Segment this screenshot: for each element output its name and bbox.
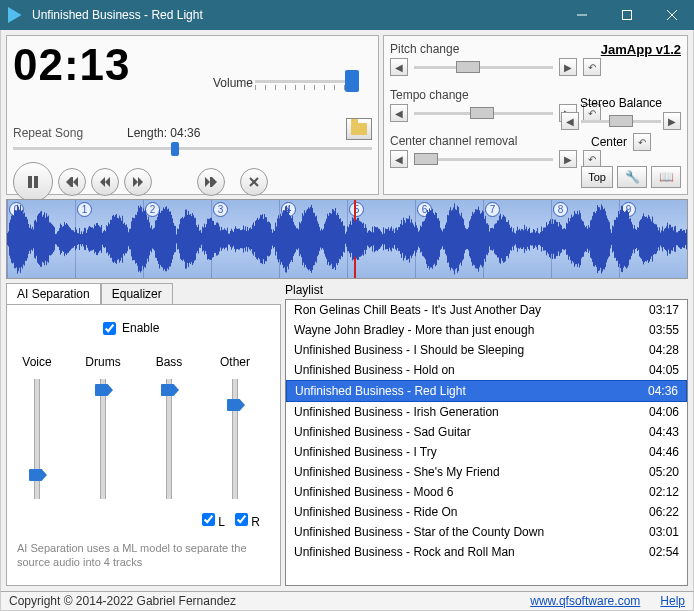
effects-panel: Pitch change ◀ ▶ ↶ Tempo change ◀ [383, 35, 688, 195]
stereo-reset-button[interactable]: ↶ [633, 133, 651, 151]
repeat-label: Repeat Song [13, 126, 83, 140]
stereo-center-label: Center [591, 135, 627, 149]
tempo-left-button[interactable]: ◀ [390, 104, 408, 122]
playlist-row[interactable]: Unfinished Business - Ride On06:22 [286, 502, 687, 522]
playlist-row[interactable]: Unfinished Business - She's My Friend05:… [286, 462, 687, 482]
svg-line-3 [667, 10, 677, 20]
next-track-button[interactable] [197, 168, 225, 196]
book-icon: 📖 [659, 170, 674, 184]
sep-slider-other[interactable]: Other [215, 355, 255, 499]
sep-slider-drums[interactable]: Drums [83, 355, 123, 499]
pitch-reset-button[interactable]: ↶ [583, 58, 601, 76]
stereo-left-button[interactable]: ◀ [561, 112, 579, 130]
center-slider[interactable] [414, 158, 553, 161]
enable-label: Enable [122, 321, 159, 335]
svg-rect-14 [210, 177, 212, 187]
title-bar: Unfinished Business - Red Light [0, 0, 694, 30]
seek-slider[interactable] [13, 142, 372, 156]
svg-line-2 [667, 10, 677, 20]
open-file-button[interactable] [346, 118, 372, 140]
enable-checkbox[interactable] [103, 322, 116, 335]
playlist-row[interactable]: Unfinished Business - Star of the County… [286, 522, 687, 542]
center-right-button[interactable]: ▶ [559, 150, 577, 168]
pitch-slider[interactable] [414, 66, 553, 69]
prev-track-button[interactable] [58, 168, 86, 196]
player-panel: 02:13 Volume Repeat Song Length: 04:36 [6, 35, 379, 195]
rewind-button[interactable] [91, 168, 119, 196]
svg-rect-1 [622, 11, 631, 20]
volume-thumb[interactable] [345, 70, 359, 92]
time-display: 02:13 [13, 40, 131, 90]
svg-marker-15 [212, 177, 217, 187]
tab-ai-separation[interactable]: AI Separation [6, 283, 101, 305]
svg-marker-11 [133, 177, 138, 187]
seek-thumb[interactable] [171, 142, 179, 156]
pitch-left-button[interactable]: ◀ [390, 58, 408, 76]
playlist-box[interactable]: Ron Gelinas Chill Beats - It's Just Anot… [285, 299, 688, 586]
pitch-right-button[interactable]: ▶ [559, 58, 577, 76]
sep-slider-voice[interactable]: Voice [17, 355, 57, 499]
svg-marker-13 [205, 177, 210, 187]
left-checkbox[interactable]: L [202, 513, 225, 529]
waveform-view[interactable]: 0123456789 [6, 199, 688, 279]
volume-label: Volume [213, 76, 253, 90]
right-checkbox[interactable]: R [235, 513, 260, 529]
length-label: Length: 04:36 [127, 126, 200, 140]
tab-equalizer[interactable]: Equalizer [101, 283, 173, 305]
svg-marker-8 [73, 177, 78, 187]
stereo-right-button[interactable]: ▶ [663, 112, 681, 130]
status-bar: Copyright © 2014-2022 Gabriel Fernandez … [0, 591, 694, 611]
close-button[interactable] [649, 0, 694, 30]
ai-separation-panel: Enable VoiceDrumsBassOther L R AI Separa… [6, 304, 281, 586]
svg-rect-5 [34, 176, 38, 188]
forward-button[interactable] [124, 168, 152, 196]
svg-marker-10 [105, 177, 110, 187]
minimize-button[interactable] [559, 0, 604, 30]
stereo-slider[interactable] [581, 120, 661, 123]
maximize-button[interactable] [604, 0, 649, 30]
playlist-row[interactable]: Unfinished Business - Rock and Roll Man0… [286, 542, 687, 562]
svg-rect-7 [71, 177, 73, 187]
top-button[interactable]: Top [581, 166, 613, 188]
tempo-slider[interactable] [414, 112, 553, 115]
svg-marker-9 [100, 177, 105, 187]
svg-rect-4 [28, 176, 32, 188]
help-link[interactable]: Help [660, 594, 685, 608]
pitch-label: Pitch change [390, 42, 601, 56]
app-icon [8, 7, 24, 23]
stereo-label: Stereo Balance [561, 96, 681, 110]
pause-button[interactable] [13, 162, 53, 202]
stop-button[interactable] [240, 168, 268, 196]
svg-marker-6 [66, 177, 71, 187]
playlist-row[interactable]: Unfinished Business - Sad Guitar04:43 [286, 422, 687, 442]
playlist-label: Playlist [285, 283, 688, 297]
center-left-button[interactable]: ◀ [390, 150, 408, 168]
folder-open-icon [351, 123, 367, 135]
playlist-row[interactable]: Unfinished Business - I Should be Sleepi… [286, 340, 687, 360]
svg-marker-12 [138, 177, 143, 187]
sep-slider-bass[interactable]: Bass [149, 355, 189, 499]
playlist-row[interactable]: Unfinished Business - Mood 602:12 [286, 482, 687, 502]
playlist-row[interactable]: Ron Gelinas Chill Beats - It's Just Anot… [286, 300, 687, 320]
window-title: Unfinished Business - Red Light [32, 8, 559, 22]
copyright: Copyright © 2014-2022 Gabriel Fernandez [9, 594, 236, 608]
website-link[interactable]: www.qfsoftware.com [530, 594, 640, 608]
playlist-row[interactable]: Unfinished Business - I Try04:46 [286, 442, 687, 462]
playlist-row[interactable]: Unfinished Business - Hold on04:05 [286, 360, 687, 380]
wrench-icon: 🔧 [625, 170, 640, 184]
playlist-row[interactable]: Unfinished Business - Red Light04:36 [286, 380, 687, 402]
ai-hint: AI Separation uses a ML model to separat… [17, 541, 270, 570]
playlist-row[interactable]: Unfinished Business - Irish Generation04… [286, 402, 687, 422]
help-book-button[interactable]: 📖 [651, 166, 681, 188]
playlist-row[interactable]: Wayne John Bradley - More than just enou… [286, 320, 687, 340]
settings-button[interactable]: 🔧 [617, 166, 647, 188]
volume-slider[interactable] [255, 68, 355, 92]
